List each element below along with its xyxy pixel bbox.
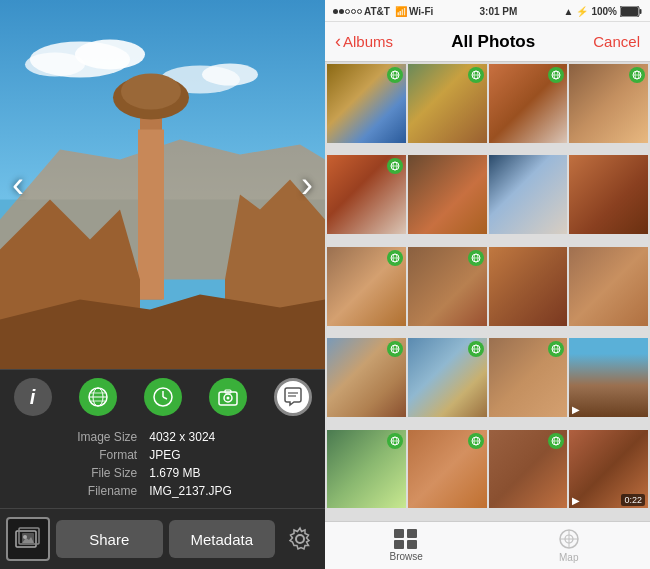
wifi-label: 📶 — [395, 6, 407, 17]
grid-cell[interactable] — [489, 64, 568, 143]
globe-badge — [468, 67, 484, 83]
globe-badge — [468, 341, 484, 357]
gear-icon — [287, 526, 313, 552]
globe-badge — [548, 341, 564, 357]
grid-cell[interactable] — [489, 155, 568, 234]
camera-icon — [217, 386, 239, 408]
svg-rect-9 — [138, 130, 164, 300]
camera-button[interactable] — [209, 378, 247, 416]
globe-badge — [468, 250, 484, 266]
label-image-size: Image Size — [12, 428, 145, 446]
prev-arrow[interactable]: ‹ — [2, 154, 34, 216]
settings-button[interactable] — [281, 520, 319, 558]
bottom-bar: Share Metadata — [0, 508, 325, 569]
next-arrow[interactable]: › — [291, 154, 323, 216]
map-icon — [557, 528, 581, 550]
grid-cell[interactable] — [408, 338, 487, 417]
back-chevron-icon: ‹ — [335, 31, 341, 52]
metadata-row: Format JPEG — [12, 446, 313, 464]
globe-badge — [548, 67, 564, 83]
globe-button[interactable] — [79, 378, 117, 416]
grid-cell[interactable]: ▶0:22 — [569, 430, 648, 509]
video-icon: ▶ — [572, 495, 580, 506]
globe-badge — [629, 67, 645, 83]
grid-cell[interactable] — [408, 64, 487, 143]
grid-cell[interactable] — [489, 430, 568, 509]
globe-badge — [387, 433, 403, 449]
value-format: JPEG — [145, 446, 313, 464]
grid-cell[interactable]: ▶ — [569, 338, 648, 417]
globe-badge — [387, 341, 403, 357]
chat-icon — [282, 386, 304, 408]
metadata-button[interactable]: Metadata — [169, 520, 276, 558]
grid-cell[interactable] — [327, 430, 406, 509]
globe-badge — [548, 433, 564, 449]
share-button[interactable]: Share — [56, 520, 163, 558]
globe-badge — [387, 67, 403, 83]
battery-icon — [620, 6, 642, 17]
info-button[interactable]: i — [14, 378, 52, 416]
metadata-row: Image Size 4032 x 3024 — [12, 428, 313, 446]
svg-point-4 — [25, 53, 85, 77]
left-panel: ‹ › i — [0, 0, 325, 569]
metadata-row: Filename IMG_2137.JPG — [12, 482, 313, 500]
grid-cell[interactable] — [489, 247, 568, 326]
right-panel: AT&T 📶 Wi-Fi 3:01 PM ▲ ⚡ 100% ‹ Albums A… — [325, 0, 650, 569]
svg-rect-79 — [394, 540, 404, 549]
signal-dot — [333, 9, 338, 14]
label-format: Format — [12, 446, 145, 464]
clock-icon — [152, 386, 174, 408]
signal-dot — [345, 9, 350, 14]
grid-cell[interactable] — [489, 338, 568, 417]
grid-cell[interactable] — [569, 64, 648, 143]
photo-album-button[interactable] — [6, 517, 50, 561]
svg-rect-80 — [407, 540, 417, 549]
grid-cell[interactable] — [408, 430, 487, 509]
nav-bar: ‹ Albums All Photos Cancel — [325, 22, 650, 62]
info-icon: i — [30, 386, 36, 409]
browse-icon — [394, 529, 418, 549]
metadata-section: Image Size 4032 x 3024 Format JPEG File … — [0, 422, 325, 508]
metadata-table: Image Size 4032 x 3024 Format JPEG File … — [12, 428, 313, 500]
grid-cell[interactable] — [408, 155, 487, 234]
label-file-size: File Size — [12, 464, 145, 482]
svg-point-26 — [226, 397, 229, 400]
value-filename: IMG_2137.JPG — [145, 482, 313, 500]
main-photo: ‹ › — [0, 0, 325, 369]
svg-point-11 — [121, 74, 181, 110]
grid-cell[interactable] — [327, 64, 406, 143]
svg-rect-77 — [394, 529, 404, 538]
status-right: ▲ ⚡ 100% — [564, 6, 642, 17]
signal-dot — [357, 9, 362, 14]
video-duration: 0:22 — [621, 494, 645, 506]
svg-rect-36 — [621, 7, 638, 16]
carrier-label: AT&T — [364, 6, 390, 17]
chat-button[interactable] — [274, 378, 312, 416]
back-button[interactable]: ‹ Albums — [335, 31, 393, 52]
tab-map[interactable]: Map — [488, 522, 651, 569]
signal-indicator — [333, 9, 362, 14]
globe-badge — [387, 250, 403, 266]
svg-rect-78 — [407, 529, 417, 538]
globe-badge — [387, 158, 403, 174]
clock-button[interactable] — [144, 378, 182, 416]
svg-rect-37 — [640, 9, 642, 14]
photo-grid: ▶▶0:22 — [325, 62, 650, 521]
location-icon: ▲ — [564, 6, 574, 17]
signal-dot — [351, 9, 356, 14]
label-filename: Filename — [12, 482, 145, 500]
svg-point-3 — [75, 40, 145, 70]
grid-cell[interactable] — [569, 247, 648, 326]
tab-browse[interactable]: Browse — [325, 522, 488, 569]
grid-cell[interactable] — [569, 155, 648, 234]
wifi-text: Wi-Fi — [409, 6, 433, 17]
bluetooth-icon: ⚡ — [576, 6, 588, 17]
cancel-button[interactable]: Cancel — [593, 33, 640, 50]
svg-point-34 — [296, 535, 304, 543]
photo-toolbar: i — [0, 369, 325, 422]
grid-cell[interactable] — [408, 247, 487, 326]
globe-badge — [468, 433, 484, 449]
grid-cell[interactable] — [327, 338, 406, 417]
grid-cell[interactable] — [327, 247, 406, 326]
grid-cell[interactable] — [327, 155, 406, 234]
